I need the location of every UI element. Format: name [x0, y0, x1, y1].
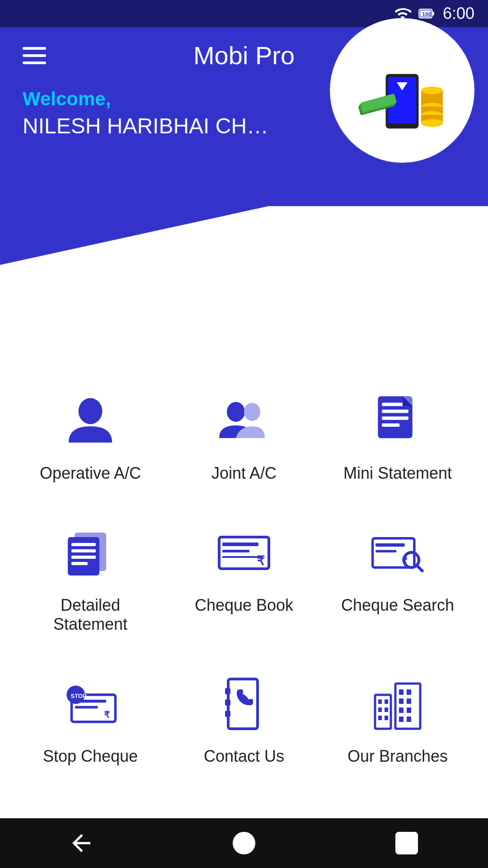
svg-rect-65: [407, 698, 411, 704]
svg-rect-29: [71, 543, 96, 546]
svg-rect-31: [71, 556, 96, 559]
cheque-search-icon: ₹: [368, 524, 427, 582]
svg-rect-62: [399, 689, 404, 695]
svg-rect-30: [71, 549, 96, 552]
svg-rect-25: [382, 416, 408, 420]
svg-rect-57: [378, 708, 382, 712]
svg-line-43: [417, 566, 422, 571]
operative-ac-label: Operative A/C: [40, 464, 141, 483]
bottom-nav: [0, 818, 488, 868]
svg-rect-50: [228, 679, 258, 729]
svg-rect-2: [432, 12, 434, 15]
menu-grid: Operative A/C Joint A/C: [0, 346, 488, 788]
hero-illustration: [330, 18, 474, 163]
svg-text:100: 100: [422, 11, 432, 18]
menu-item-contact-us[interactable]: Contact Us: [167, 656, 321, 788]
svg-rect-55: [378, 699, 382, 704]
svg-rect-24: [382, 410, 408, 413]
menu-item-operative-ac[interactable]: Operative A/C: [14, 373, 167, 505]
header: Mobi Pro Welcome, NILESH HARIBHAI CH…: [0, 27, 488, 265]
menu-item-cheque-book[interactable]: ₹ Cheque Book: [167, 505, 321, 656]
svg-text:STOP: STOP: [71, 693, 87, 699]
svg-rect-40: [375, 550, 396, 553]
svg-text:₹: ₹: [257, 554, 265, 568]
detailed-statement-icon: [61, 524, 120, 582]
svg-point-20: [227, 402, 245, 422]
hamburger-menu[interactable]: [23, 47, 46, 64]
recent-button[interactable]: [389, 825, 425, 861]
menu-item-stop-cheque[interactable]: ₹ STOP Stop Cheque: [14, 656, 167, 788]
status-time: 6:00: [443, 4, 474, 23]
svg-rect-53: [225, 711, 230, 717]
svg-rect-26: [382, 423, 399, 427]
mini-statement-label: Mini Statement: [343, 464, 452, 483]
money-illustration: [348, 41, 456, 140]
cheque-search-label: Cheque Search: [341, 596, 454, 615]
menu-item-joint-ac[interactable]: Joint A/C: [167, 373, 321, 505]
svg-rect-46: [75, 706, 98, 709]
svg-rect-58: [385, 708, 388, 712]
joint-ac-label: Joint A/C: [211, 464, 277, 483]
svg-rect-39: [375, 543, 405, 547]
svg-rect-59: [378, 716, 382, 720]
back-button[interactable]: [63, 825, 99, 861]
contact-us-icon: [215, 675, 273, 733]
svg-point-11: [421, 87, 443, 94]
svg-point-18: [421, 119, 443, 127]
svg-text:₹: ₹: [104, 710, 110, 720]
menu-item-detailed-statement[interactable]: Detailed Statement: [14, 505, 167, 656]
operative-ac-icon: [61, 392, 120, 450]
our-branches-icon: [368, 675, 427, 733]
home-button[interactable]: [226, 825, 262, 861]
svg-rect-51: [225, 688, 230, 694]
stop-cheque-icon: ₹ STOP: [61, 675, 120, 733]
svg-rect-68: [399, 717, 404, 722]
svg-rect-32: [71, 562, 88, 565]
svg-rect-63: [407, 689, 411, 695]
svg-point-70: [234, 833, 254, 854]
battery-icon: 100: [418, 5, 436, 22]
svg-rect-66: [399, 708, 404, 713]
svg-rect-52: [225, 699, 230, 706]
menu-item-mini-statement[interactable]: Mini Statement: [321, 373, 474, 505]
contact-us-label: Contact Us: [204, 747, 284, 766]
svg-rect-60: [385, 716, 388, 720]
svg-point-21: [244, 403, 260, 421]
svg-rect-69: [407, 717, 411, 722]
our-branches-label: Our Branches: [347, 747, 448, 766]
svg-point-19: [79, 398, 103, 425]
cheque-book-label: Cheque Book: [195, 596, 293, 615]
stop-cheque-label: Stop Cheque: [43, 747, 138, 766]
joint-ac-icon: [215, 392, 273, 450]
detailed-statement-label: Detailed Statement: [23, 596, 158, 634]
svg-rect-54: [375, 695, 391, 729]
svg-rect-35: [222, 550, 249, 552]
svg-rect-64: [399, 698, 404, 704]
menu-item-cheque-search[interactable]: ₹ Cheque Search: [321, 505, 474, 656]
svg-rect-71: [397, 833, 417, 854]
cheque-book-icon: ₹: [215, 524, 273, 582]
svg-rect-34: [222, 542, 258, 546]
svg-rect-67: [407, 708, 411, 713]
menu-item-our-branches[interactable]: Our Branches: [321, 656, 474, 788]
mini-statement-icon: [368, 392, 427, 450]
svg-rect-56: [385, 699, 388, 704]
